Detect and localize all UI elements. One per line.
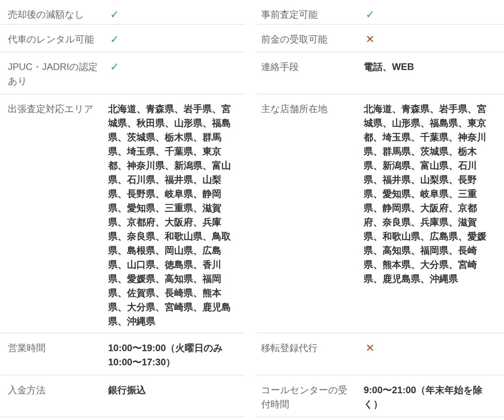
row-value: ✕ — [364, 333, 504, 376]
check-icon: ✓ — [110, 60, 119, 74]
row-label: 連絡手段 — [257, 52, 364, 94]
row-value: 9:00〜21:00（年末年始を除く） — [364, 376, 504, 417]
row-label: 入金方法 — [0, 376, 108, 417]
row-label: 前金の受取可能 — [257, 25, 364, 52]
row-value: ✓ — [108, 0, 245, 25]
row-value: 10:00〜19:00（火曜日のみ10:00〜17:30） — [108, 333, 245, 376]
column-gutter — [245, 25, 257, 52]
check-icon: ✓ — [110, 7, 119, 22]
row-value: 北海道、青森県、岩手県、宮城県、山形県、福島県、東京都、埼玉県、千葉県、神奈川県… — [364, 94, 504, 333]
row-label: 移転登録代行 — [257, 333, 364, 376]
row-value: ✕ — [364, 25, 504, 52]
row-label: 売却後の減額なし — [0, 0, 108, 25]
row-label: 主な店舗所在地 — [257, 94, 364, 333]
check-icon: ✓ — [110, 32, 119, 46]
cross-icon: ✕ — [366, 341, 375, 355]
row-value: 銀行振込 — [108, 376, 245, 417]
column-gutter — [245, 0, 257, 25]
check-icon: ✓ — [366, 7, 375, 22]
row-value: ✓ — [108, 52, 245, 94]
row-label: 事前査定可能 — [257, 0, 364, 25]
row-value: 北海道、青森県、岩手県、宮城県、秋田県、山形県、福島県、茨城県、栃木県、群馬県、… — [108, 94, 245, 333]
row-value: 電話、WEB — [364, 52, 504, 94]
column-gutter — [245, 94, 257, 333]
cross-icon: ✕ — [366, 32, 375, 46]
row-label: コールセンターの受付時間 — [257, 376, 364, 417]
column-gutter — [245, 52, 257, 94]
row-label: 出張査定対応エリア — [0, 94, 108, 333]
row-label: JPUC・JADRIの認定あり — [0, 52, 108, 94]
row-label: 営業時間 — [0, 333, 108, 376]
row-label: 代車のレンタル可能 — [0, 25, 108, 52]
column-gutter — [245, 333, 257, 376]
column-gutter — [245, 376, 257, 417]
comparison-table: 売却後の減額なし ✓ 事前査定可能 ✓ 代車のレンタル可能 ✓ 前金の受取可能 … — [0, 0, 504, 417]
row-value: ✓ — [364, 0, 504, 25]
row-value: ✓ — [108, 25, 245, 52]
